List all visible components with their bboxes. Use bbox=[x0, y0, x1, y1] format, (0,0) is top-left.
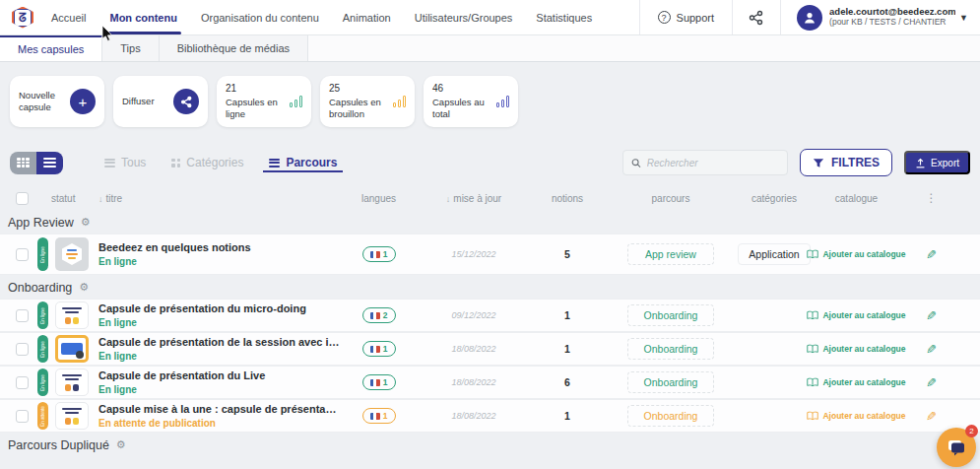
edit-pencil-icon[interactable]: ✎ bbox=[926, 247, 937, 262]
stat-card-total[interactable]: 46 Capsules au total bbox=[424, 76, 518, 127]
table-row[interactable]: En ligne Capsule de présentation du micr… bbox=[0, 299, 980, 332]
language-badge[interactable]: 1 bbox=[362, 341, 396, 357]
flag-icon bbox=[370, 251, 380, 258]
status-badge: En ligne bbox=[37, 368, 48, 396]
nav-item-organisation[interactable]: Organisation du contenu bbox=[201, 0, 319, 34]
grid-view-button[interactable] bbox=[10, 152, 36, 174]
filters-button[interactable]: FILTRES bbox=[800, 149, 892, 176]
capsule-thumbnail[interactable] bbox=[55, 368, 89, 396]
nav-item-mon-contenu[interactable]: Mon contenu bbox=[109, 0, 176, 34]
new-capsule-card[interactable]: Nouvelle capsule + bbox=[10, 76, 104, 127]
gear-icon[interactable]: ⚙ bbox=[81, 216, 91, 229]
chat-widget-button[interactable]: 2 bbox=[937, 428, 976, 467]
table-row[interactable]: En ligne Capsule de présentation du Live… bbox=[0, 366, 980, 399]
stat-total-label: Capsules au total bbox=[432, 97, 485, 119]
edit-pencil-icon[interactable]: ✎ bbox=[926, 342, 937, 357]
edit-pencil-icon[interactable]: ✎ bbox=[926, 308, 937, 323]
search-input[interactable] bbox=[647, 158, 779, 168]
list-view-button[interactable] bbox=[36, 152, 63, 174]
table-row[interactable]: En ligne Capsule de présentation de la s… bbox=[0, 332, 980, 366]
title-cell[interactable]: Capsule de présentation du Live En ligne bbox=[98, 368, 348, 395]
row-checkbox[interactable] bbox=[16, 248, 29, 261]
table-row[interactable]: En attente Capsule mise à la une : capsu… bbox=[0, 399, 980, 433]
user-avatar[interactable] bbox=[797, 5, 822, 31]
language-badge[interactable]: 1 bbox=[362, 408, 396, 424]
filter-tab-categories[interactable]: Catégories bbox=[171, 147, 243, 178]
capsule-thumbnail[interactable] bbox=[55, 402, 89, 430]
capsule-title[interactable]: Beedeez en quelques notions bbox=[98, 240, 340, 254]
edit-pencil-icon[interactable]: ✎ bbox=[926, 409, 937, 424]
select-all-checkbox[interactable] bbox=[16, 192, 29, 205]
parcours-tag[interactable]: Onboarding bbox=[627, 304, 714, 326]
add-to-catalogue-button[interactable]: Ajouter au catalogue bbox=[804, 249, 909, 259]
main-nav: Accueil Mon contenu Organisation du cont… bbox=[51, 0, 592, 34]
language-badge[interactable]: 1 bbox=[362, 246, 396, 262]
share-icon[interactable] bbox=[743, 10, 770, 26]
search-box[interactable] bbox=[622, 150, 788, 175]
category-tag[interactable]: Application bbox=[738, 243, 810, 265]
capsule-title[interactable]: Capsule de présentation de la session av… bbox=[98, 335, 340, 349]
header-categories[interactable]: catégories bbox=[745, 193, 804, 204]
capsule-title[interactable]: Capsule mise à la une : capsule de prése… bbox=[98, 402, 340, 416]
header-mise-a-jour[interactable]: ↓mise à jour bbox=[410, 193, 538, 204]
filter-tab-categories-label: Catégories bbox=[186, 156, 243, 169]
export-button[interactable]: Export bbox=[904, 151, 970, 174]
capsule-thumbnail[interactable] bbox=[55, 302, 89, 329]
add-to-catalogue-button[interactable]: Ajouter au catalogue bbox=[804, 411, 909, 421]
parcours-tag[interactable]: App review bbox=[627, 243, 714, 265]
language-badge[interactable]: 2 bbox=[362, 307, 396, 323]
parcours-tag[interactable]: Onboarding bbox=[627, 371, 714, 393]
capsule-title[interactable]: Capsule de présentation du micro-doing bbox=[98, 302, 340, 315]
title-cell[interactable]: Capsule de présentation du micro-doing E… bbox=[98, 302, 348, 328]
capsule-thumbnail[interactable] bbox=[55, 237, 89, 271]
diffuse-card[interactable]: Diffuser bbox=[113, 76, 208, 127]
user-info[interactable]: adele.courtot@beedeez.com (pour KB / TES… bbox=[829, 7, 955, 28]
add-to-catalogue-button[interactable]: Ajouter au catalogue bbox=[804, 310, 909, 320]
nav-item-animation[interactable]: Animation bbox=[343, 0, 391, 34]
header-statut[interactable]: statut bbox=[37, 193, 98, 204]
plus-icon[interactable]: + bbox=[70, 89, 96, 114]
beedeez-logo-icon[interactable]: ᘔ bbox=[12, 7, 33, 29]
tab-tips[interactable]: Tips bbox=[102, 35, 159, 61]
share-icon[interactable] bbox=[173, 89, 199, 114]
tab-bibliotheque-medias[interactable]: Bibliothèque de médias bbox=[160, 35, 308, 61]
filter-tab-parcours[interactable]: Parcours bbox=[269, 147, 337, 178]
support-button[interactable]: ? Support bbox=[650, 11, 723, 24]
add-to-catalogue-button[interactable]: Ajouter au catalogue bbox=[804, 377, 909, 387]
nav-item-accueil[interactable]: Accueil bbox=[51, 0, 86, 34]
tab-mes-capsules[interactable]: Mes capsules bbox=[0, 35, 102, 61]
nav-item-utilisateurs[interactable]: Utilisateurs/Groupes bbox=[415, 0, 513, 34]
stat-card-draft[interactable]: 25 Capsules en brouillon bbox=[320, 76, 415, 127]
gear-icon[interactable]: ⚙ bbox=[79, 281, 89, 294]
parcours-tag[interactable]: Onboarding bbox=[627, 405, 714, 427]
edit-pencil-icon[interactable]: ✎ bbox=[926, 375, 937, 390]
row-checkbox[interactable] bbox=[16, 376, 29, 389]
add-to-catalogue-button[interactable]: Ajouter au catalogue bbox=[804, 344, 909, 354]
status-badge: En ligne bbox=[37, 237, 48, 271]
parcours-tag[interactable]: Onboarding bbox=[627, 338, 714, 360]
capsule-thumbnail[interactable] bbox=[55, 335, 89, 363]
stat-card-online[interactable]: 21 Capsules en ligne bbox=[217, 76, 311, 127]
categories-cell bbox=[745, 405, 804, 427]
bar-chart-icon bbox=[496, 96, 510, 107]
filter-tab-tous[interactable]: Tous bbox=[104, 147, 146, 178]
title-cell[interactable]: Capsule mise à la une : capsule de prése… bbox=[98, 402, 348, 429]
header-catalogue[interactable]: catalogue bbox=[804, 193, 909, 204]
chevron-down-icon[interactable]: ▼ bbox=[959, 13, 968, 23]
title-cell[interactable]: Beedeez en quelques notions En ligne bbox=[98, 240, 348, 267]
gear-icon[interactable]: ⚙ bbox=[116, 438, 126, 451]
row-checkbox[interactable] bbox=[16, 309, 29, 322]
header-titre[interactable]: ↓titre bbox=[98, 193, 348, 204]
nav-item-statistiques[interactable]: Statistiques bbox=[536, 0, 592, 34]
title-cell[interactable]: Capsule de présentation de la session av… bbox=[98, 335, 348, 362]
column-options-icon[interactable]: ⋮ bbox=[909, 191, 953, 205]
capsule-title[interactable]: Capsule de présentation du Live bbox=[98, 368, 340, 382]
row-checkbox[interactable] bbox=[16, 343, 29, 356]
status-badge: En ligne bbox=[37, 302, 48, 329]
table-row[interactable]: En ligne Beedeez en quelques notions En … bbox=[0, 234, 980, 275]
row-checkbox[interactable] bbox=[16, 410, 29, 423]
header-parcours[interactable]: parcours bbox=[597, 193, 745, 204]
language-badge[interactable]: 1 bbox=[362, 374, 396, 390]
header-langues[interactable]: langues bbox=[348, 193, 410, 204]
header-notions[interactable]: notions bbox=[538, 193, 597, 204]
